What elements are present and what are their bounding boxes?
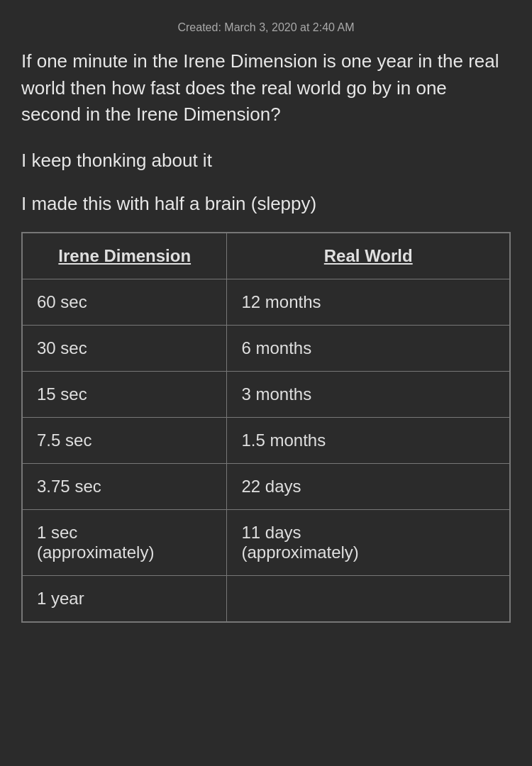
col2-header: Real World	[227, 233, 510, 279]
table-cell-realworld: 12 months	[227, 279, 510, 326]
table-cell-realworld	[227, 576, 510, 623]
created-date-label: Created: March 3, 2020 at 2:40 AM	[21, 14, 511, 34]
table-cell-irene: 3.75 sec	[22, 464, 227, 510]
table-row: 7.5 sec1.5 months	[22, 418, 510, 464]
table-row: 1 sec (approximately)11 days (approximat…	[22, 510, 510, 576]
table-cell-realworld: 6 months	[227, 326, 510, 372]
comparison-table: Irene Dimension Real World 60 sec12 mont…	[21, 232, 511, 623]
table-cell-irene: 1 sec (approximately)	[22, 510, 227, 576]
col1-header: Irene Dimension	[22, 233, 227, 279]
table-row: 60 sec12 months	[22, 279, 510, 326]
table-cell-realworld: 22 days	[227, 464, 510, 510]
table-cell-irene: 60 sec	[22, 279, 227, 326]
main-question-text: If one minute in the Irene Dimension is …	[21, 48, 511, 128]
table-cell-realworld: 3 months	[227, 372, 510, 418]
table-cell-irene: 30 sec	[22, 326, 227, 372]
table-cell-realworld: 11 days (approximately)	[227, 510, 510, 576]
table-cell-irene: 15 sec	[22, 372, 227, 418]
table-row: 15 sec3 months	[22, 372, 510, 418]
table-row: 3.75 sec22 days	[22, 464, 510, 510]
think-text: I keep thonking about it	[21, 150, 511, 172]
table-row: 30 sec6 months	[22, 326, 510, 372]
brain-text: I made this with half a brain (sleppy)	[21, 193, 511, 215]
table-cell-irene: 7.5 sec	[22, 418, 227, 464]
table-cell-irene: 1 year	[22, 576, 227, 623]
table-row: 1 year	[22, 576, 510, 623]
table-cell-realworld: 1.5 months	[227, 418, 510, 464]
